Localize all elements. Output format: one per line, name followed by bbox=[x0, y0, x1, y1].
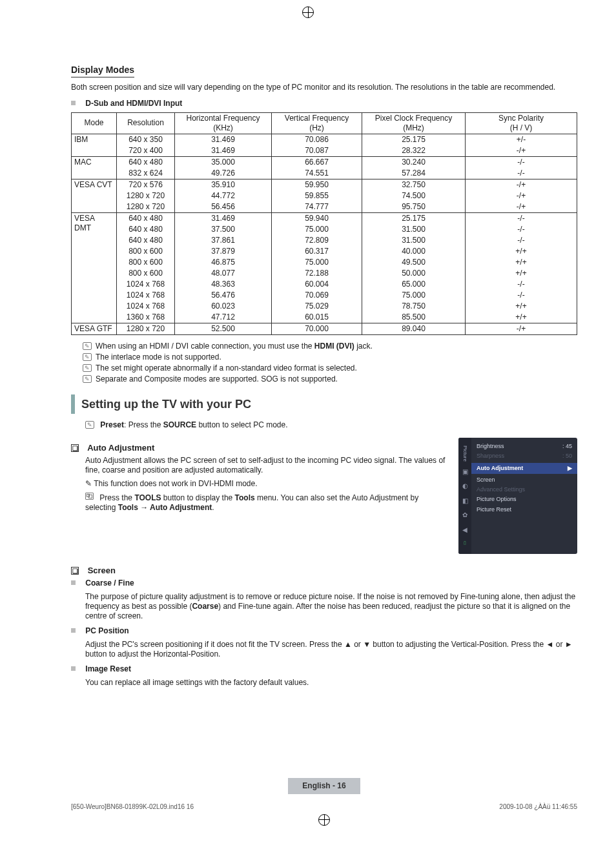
data-cell: 70.086 bbox=[272, 134, 362, 145]
preset-note: ✎ Preset: Press the SOURCE button to sel… bbox=[85, 420, 577, 430]
data-cell: 46.875 bbox=[175, 257, 272, 268]
data-cell: 25.175 bbox=[362, 134, 466, 145]
square-bullet-icon bbox=[71, 628, 76, 633]
data-cell: -/+ bbox=[466, 145, 577, 157]
data-cell: 1280 x 720 bbox=[117, 201, 175, 213]
data-cell: 70.087 bbox=[272, 145, 362, 157]
note-icon: ✎ bbox=[83, 364, 92, 372]
data-cell: 800 x 600 bbox=[117, 268, 175, 279]
data-cell: 640 x 480 bbox=[117, 235, 175, 246]
data-cell: 1024 x 768 bbox=[117, 290, 175, 301]
data-cell: -/- bbox=[466, 279, 577, 290]
osd-icon: ▯ bbox=[464, 540, 466, 546]
osd-row-sharpness: Sharpness: 50 bbox=[477, 451, 572, 461]
data-cell: +/+ bbox=[466, 268, 577, 279]
auto-adjustment-heading: ❏ Auto Adjustment bbox=[71, 443, 449, 453]
col-hfreq: Horizontal Frequency(KHz) bbox=[175, 112, 272, 134]
data-cell: 35.000 bbox=[175, 156, 272, 168]
auto-adjustment-note1: ✎ This function does not work in DVI-HDM… bbox=[85, 479, 449, 489]
table-row: 1360 x 76847.71260.01585.500+/+ bbox=[72, 312, 577, 323]
image-reset-title: Image Reset bbox=[71, 664, 577, 674]
data-cell: 640 x 480 bbox=[117, 212, 175, 224]
display-modes-title: Display Modes bbox=[71, 65, 134, 77]
osd-icon: ◐ bbox=[462, 482, 468, 491]
auto-adjustment-tools-note: Press the TOOLS button to display the To… bbox=[85, 493, 449, 513]
data-cell: 800 x 600 bbox=[117, 257, 175, 268]
data-cell: 35.910 bbox=[175, 179, 272, 190]
note-item: ✎Separate and Composite modes are suppor… bbox=[83, 374, 577, 384]
data-cell: 37.879 bbox=[175, 246, 272, 257]
data-cell: -/+ bbox=[466, 179, 577, 190]
screen-heading: ❏ Screen bbox=[71, 566, 577, 576]
data-cell: 74.500 bbox=[362, 190, 466, 201]
data-cell: 1280 x 720 bbox=[117, 323, 175, 334]
table-row: VESA DMT640 x 48031.46959.94025.175-/- bbox=[72, 212, 577, 224]
data-cell: 28.322 bbox=[362, 145, 466, 157]
table-row: 640 x 48037.50075.00031.500-/- bbox=[72, 224, 577, 235]
data-cell: 1360 x 768 bbox=[117, 312, 175, 323]
auto-adjustment-desc: Auto Adjustment allows the PC screen of … bbox=[85, 456, 449, 475]
data-cell: 30.240 bbox=[362, 156, 466, 168]
osd-picture-tab: Picture bbox=[462, 445, 468, 462]
data-cell: 48.363 bbox=[175, 279, 272, 290]
osd-sidebar: Picture ▣ ◐ ◧ ✿ ◀ ▯ bbox=[458, 438, 471, 554]
data-cell: 50.000 bbox=[362, 268, 466, 279]
data-cell: -/+ bbox=[466, 201, 577, 213]
data-cell: 72.809 bbox=[272, 235, 362, 246]
table-row: MAC640 x 48035.00066.66730.240-/- bbox=[72, 156, 577, 168]
table-row: IBM640 x 35031.46970.08625.175+/- bbox=[72, 134, 577, 145]
note-icon: ✎ bbox=[83, 342, 92, 350]
registration-mark-icon bbox=[318, 814, 330, 826]
data-cell: 52.500 bbox=[175, 323, 272, 334]
osd-icon: ✿ bbox=[462, 511, 467, 520]
coarse-fine-title: Coarse / Fine bbox=[71, 578, 577, 588]
col-vfreq: Vertical Frequency(Hz) bbox=[272, 112, 362, 134]
display-modes-table: Mode Resolution Horizontal Frequency(KHz… bbox=[71, 112, 577, 335]
data-cell: 60.023 bbox=[175, 301, 272, 312]
arrow-right-icon: ▶ bbox=[568, 465, 572, 472]
data-cell: 832 x 624 bbox=[117, 168, 175, 179]
note-item: ✎When using an HDMI / DVI cable connecti… bbox=[83, 342, 577, 351]
table-row: 800 x 60048.07772.18850.000+/+ bbox=[72, 268, 577, 279]
data-cell: 31.500 bbox=[362, 224, 466, 235]
mode-cell: VESA DMT bbox=[72, 212, 117, 323]
data-cell: 75.000 bbox=[362, 290, 466, 301]
data-cell: -/- bbox=[466, 235, 577, 246]
square-bullet-icon bbox=[71, 101, 76, 105]
setting-up-heading: Setting up the TV with your PC bbox=[71, 394, 577, 414]
table-row: 640 x 48037.86172.80931.500-/- bbox=[72, 235, 577, 246]
data-cell: 37.500 bbox=[175, 224, 272, 235]
note-item: ✎The set might operate abnormally if a n… bbox=[83, 363, 577, 373]
intro-text: Both screen position and size will vary … bbox=[71, 83, 577, 92]
data-cell: 1024 x 768 bbox=[117, 279, 175, 290]
data-cell: 70.069 bbox=[272, 290, 362, 301]
data-cell: 70.000 bbox=[272, 323, 362, 334]
data-cell: 57.284 bbox=[362, 168, 466, 179]
data-cell: 31.469 bbox=[175, 134, 272, 145]
data-cell: 640 x 480 bbox=[117, 156, 175, 168]
data-cell: 56.476 bbox=[175, 290, 272, 301]
note-icon: ✎ bbox=[83, 375, 92, 383]
data-cell: 800 x 600 bbox=[117, 246, 175, 257]
data-cell: 74.551 bbox=[272, 168, 362, 179]
data-cell: 48.077 bbox=[175, 268, 272, 279]
table-row: 800 x 60037.87960.31740.000+/+ bbox=[72, 246, 577, 257]
image-reset-text: You can replace all image settings with … bbox=[85, 678, 577, 688]
col-sync: Sync Polarity(H / V) bbox=[466, 112, 577, 134]
note-icon: ✎ bbox=[83, 353, 92, 361]
mode-cell: VESA CVT bbox=[72, 179, 117, 212]
dsub-hdmi-label: D-Sub and HDMI/DVI Input bbox=[71, 99, 577, 108]
data-cell: 40.000 bbox=[362, 246, 466, 257]
table-row: 1024 x 76860.02375.02978.750+/+ bbox=[72, 301, 577, 312]
data-cell: -/- bbox=[466, 224, 577, 235]
section-marker-icon: ❏ bbox=[71, 567, 79, 575]
osd-icon: ◧ bbox=[462, 497, 468, 506]
data-cell: 60.015 bbox=[272, 312, 362, 323]
osd-row-auto-adjustment: Auto Adjustment▶ bbox=[471, 463, 577, 474]
data-cell: 720 x 400 bbox=[117, 145, 175, 157]
data-cell: 72.188 bbox=[272, 268, 362, 279]
data-cell: 49.726 bbox=[175, 168, 272, 179]
data-cell: 31.469 bbox=[175, 212, 272, 224]
data-cell: 59.940 bbox=[272, 212, 362, 224]
notes-list: ✎When using an HDMI / DVI cable connecti… bbox=[83, 342, 577, 384]
